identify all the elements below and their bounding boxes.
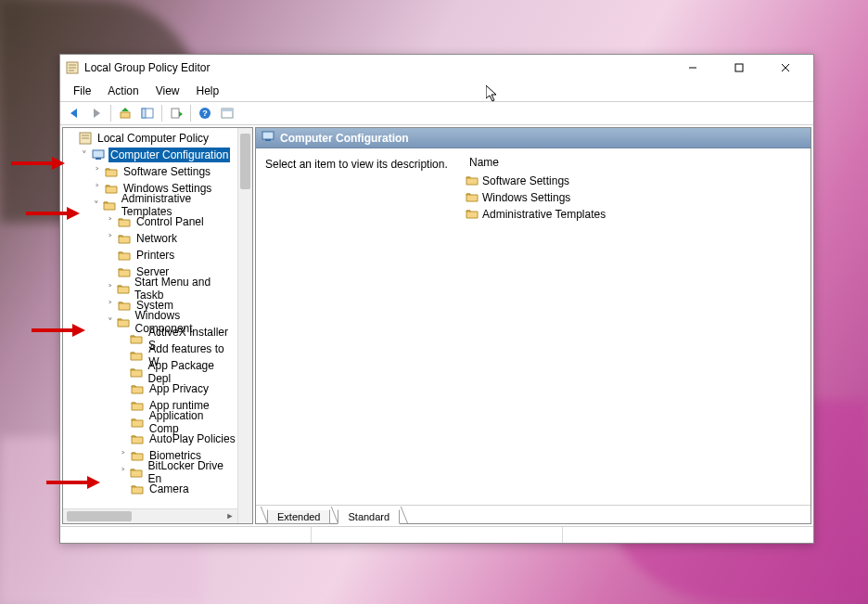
menu-file[interactable]: File <box>66 83 98 99</box>
filter-button[interactable] <box>217 103 237 123</box>
folder-icon <box>130 482 145 495</box>
folder-icon <box>116 282 130 295</box>
tree-item[interactable]: •Printers <box>65 247 237 263</box>
tree-item-label: Software Settings <box>121 164 212 179</box>
tree-item-label: Control Panel <box>134 214 206 229</box>
list-item-label: Software Settings <box>482 174 569 187</box>
tree-item-label: Computer Configuration <box>108 148 230 162</box>
column-header-name[interactable]: Name <box>466 154 805 171</box>
list-item-label: Windows Settings <box>482 191 570 204</box>
folder-icon <box>117 215 132 228</box>
tree-vertical-scrollbar[interactable] <box>237 128 252 523</box>
description-text: Select an item to view its description. <box>265 158 448 171</box>
toolbar-separator <box>190 105 191 122</box>
folder-icon <box>130 349 145 362</box>
help-button[interactable]: ? <box>195 103 215 123</box>
tree-item[interactable]: ˃BitLocker Drive En <box>65 464 237 481</box>
list-item[interactable]: Windows Settings <box>466 189 805 206</box>
folder-icon <box>129 466 143 479</box>
tree-item[interactable]: •Application Comp <box>65 414 237 431</box>
policy-icon <box>78 132 93 145</box>
folder-icon <box>466 208 479 222</box>
folder-icon <box>117 265 132 278</box>
collapse-icon[interactable]: ˅ <box>104 316 116 328</box>
svg-marker-9 <box>94 109 100 118</box>
tree-root-label: Local Computer Policy <box>96 131 211 146</box>
tree-item[interactable]: ˃Start Menu and Taskb <box>65 280 237 297</box>
folder-icon <box>103 199 117 212</box>
close-button[interactable] <box>765 55 806 81</box>
tree-item[interactable]: •AutoPlay Policies <box>65 431 237 447</box>
tree-horizontal-scrollbar[interactable]: ◄ ► <box>63 508 237 523</box>
tree-item-label: Network <box>134 231 179 246</box>
folder-icon <box>117 299 132 312</box>
expand-icon[interactable]: ˃ <box>104 233 117 245</box>
maximize-button[interactable] <box>719 55 760 81</box>
svg-marker-15 <box>179 111 183 117</box>
folder-icon <box>117 249 132 262</box>
svg-rect-23 <box>93 150 104 158</box>
computer-icon <box>91 148 106 161</box>
scroll-thumb[interactable] <box>67 511 132 521</box>
folder-icon <box>116 315 130 328</box>
expand-icon[interactable]: ˃ <box>104 216 117 228</box>
folder-icon <box>130 332 144 345</box>
tab-standard[interactable]: Standard <box>338 509 400 524</box>
forward-button[interactable] <box>86 103 107 123</box>
expand-icon[interactable]: ˃ <box>91 183 104 195</box>
scroll-right-icon[interactable]: ► <box>223 508 237 523</box>
app-icon <box>66 61 79 74</box>
tree-item[interactable]: ˃Network <box>65 230 237 247</box>
expand-icon[interactable]: ˃ <box>117 450 130 462</box>
export-list-button[interactable] <box>166 103 186 123</box>
svg-rect-10 <box>121 112 130 118</box>
tree-item-label: AutoPlay Policies <box>147 431 237 446</box>
folder-icon <box>129 366 143 379</box>
svg-marker-11 <box>121 108 129 111</box>
folder-icon <box>466 191 479 205</box>
expand-icon[interactable]: ˃ <box>104 283 116 295</box>
tree-item[interactable]: ˅Computer Configuration <box>65 147 237 163</box>
tree-item[interactable]: •App Package Depl <box>65 364 237 380</box>
menu-action[interactable]: Action <box>100 83 146 99</box>
folder-icon <box>104 165 119 178</box>
app-window: Local Group Policy Editor File Action Vi… <box>59 54 814 544</box>
up-button[interactable] <box>115 103 135 123</box>
tree-pane: • Local Computer Policy ˅Computer Config… <box>62 127 253 524</box>
collapse-icon[interactable]: ˅ <box>78 149 91 161</box>
window-title: Local Group Policy Editor <box>84 61 210 74</box>
toolbar-separator <box>161 105 162 122</box>
folder-icon <box>130 432 145 445</box>
expand-icon[interactable]: ˃ <box>117 467 129 479</box>
expand-icon[interactable]: ˃ <box>91 166 104 178</box>
back-button[interactable] <box>64 103 84 123</box>
expand-icon[interactable]: ˃ <box>104 300 117 312</box>
list-item[interactable]: Administrative Templates <box>466 206 805 223</box>
show-hide-tree-button[interactable] <box>137 103 158 123</box>
minimize-button[interactable] <box>672 55 713 81</box>
folder-icon <box>117 232 132 245</box>
scroll-thumb[interactable] <box>240 134 250 189</box>
menu-view[interactable]: View <box>148 83 187 99</box>
tree-item[interactable]: ˅Administrative Templates <box>65 197 237 213</box>
details-pane: Computer Configuration Select an item to… <box>255 127 811 524</box>
tree-item-label: App Privacy <box>147 381 211 396</box>
tab-extended[interactable]: Extended <box>267 509 330 524</box>
svg-text:?: ? <box>202 109 208 118</box>
description-column: Select an item to view its description. <box>265 154 451 505</box>
list-item[interactable]: Software Settings <box>466 173 805 189</box>
menu-help[interactable]: Help <box>189 83 227 99</box>
tree-item[interactable]: ˃Software Settings <box>65 163 237 180</box>
collapse-icon[interactable]: ˅ <box>91 199 103 212</box>
title-bar[interactable]: Local Group Policy Editor <box>60 55 813 81</box>
tab-strip: Extended Standard <box>256 505 811 523</box>
toolbar-separator <box>110 105 111 122</box>
folder-icon <box>104 182 119 195</box>
tree-root[interactable]: • Local Computer Policy <box>65 130 237 147</box>
list-item-label: Administrative Templates <box>482 208 606 221</box>
details-header: Computer Configuration <box>256 128 811 148</box>
tree-item-label: Camera <box>147 482 191 496</box>
computer-icon <box>262 131 274 145</box>
svg-rect-19 <box>222 109 233 111</box>
folder-icon <box>466 174 479 188</box>
